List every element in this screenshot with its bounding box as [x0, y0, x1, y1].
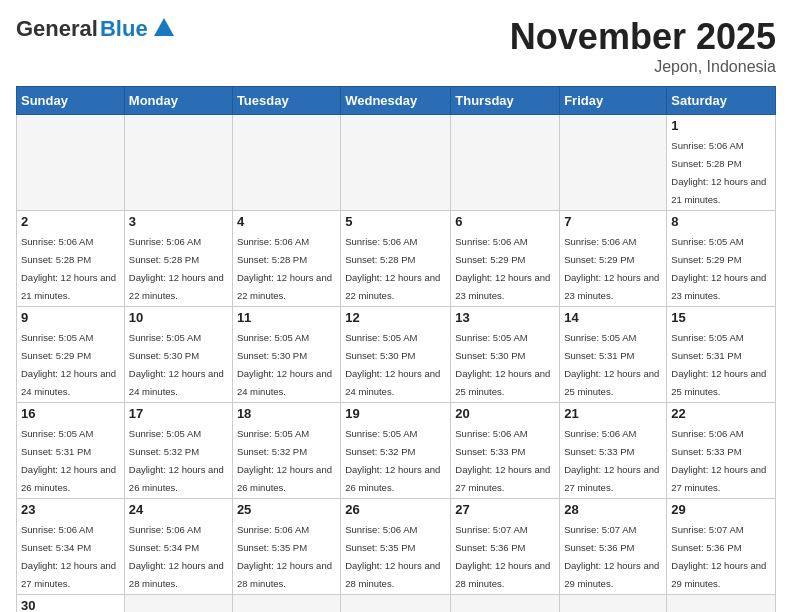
day-number: 15 [671, 310, 771, 325]
day-info: Sunrise: 5:06 AMSunset: 5:28 PMDaylight:… [129, 236, 224, 301]
empty-cell [124, 595, 232, 613]
table-row: 30 Sunrise: 5:07 AMSunset: 5:37 PMDaylig… [17, 595, 776, 613]
day-info: Sunrise: 5:06 AMSunset: 5:35 PMDaylight:… [237, 524, 332, 589]
day-cell-17: 17 Sunrise: 5:05 AMSunset: 5:32 PMDaylig… [124, 403, 232, 499]
day-info: Sunrise: 5:05 AMSunset: 5:30 PMDaylight:… [455, 332, 550, 397]
day-info: Sunrise: 5:05 AMSunset: 5:30 PMDaylight:… [345, 332, 440, 397]
day-number: 12 [345, 310, 446, 325]
day-number: 18 [237, 406, 336, 421]
day-cell-15: 15 Sunrise: 5:05 AMSunset: 5:31 PMDaylig… [667, 307, 776, 403]
day-cell-6: 6 Sunrise: 5:06 AMSunset: 5:29 PMDayligh… [451, 211, 560, 307]
empty-cell [451, 595, 560, 613]
day-info: Sunrise: 5:06 AMSunset: 5:28 PMDaylight:… [237, 236, 332, 301]
weekday-header-row: Sunday Monday Tuesday Wednesday Thursday… [17, 87, 776, 115]
logo-general-text: General [16, 16, 98, 42]
empty-cell [341, 115, 451, 211]
day-number: 26 [345, 502, 446, 517]
day-number: 13 [455, 310, 555, 325]
empty-cell [124, 115, 232, 211]
day-cell-7: 7 Sunrise: 5:06 AMSunset: 5:29 PMDayligh… [560, 211, 667, 307]
day-info: Sunrise: 5:05 AMSunset: 5:29 PMDaylight:… [21, 332, 116, 397]
day-info: Sunrise: 5:06 AMSunset: 5:29 PMDaylight:… [455, 236, 550, 301]
day-number: 16 [21, 406, 120, 421]
empty-cell [341, 595, 451, 613]
day-cell-16: 16 Sunrise: 5:05 AMSunset: 5:31 PMDaylig… [17, 403, 125, 499]
day-info: Sunrise: 5:05 AMSunset: 5:30 PMDaylight:… [237, 332, 332, 397]
day-cell-21: 21 Sunrise: 5:06 AMSunset: 5:33 PMDaylig… [560, 403, 667, 499]
day-info: Sunrise: 5:06 AMSunset: 5:33 PMDaylight:… [564, 428, 659, 493]
table-row: 2 Sunrise: 5:06 AMSunset: 5:28 PMDayligh… [17, 211, 776, 307]
day-cell-28: 28 Sunrise: 5:07 AMSunset: 5:36 PMDaylig… [560, 499, 667, 595]
table-row: 16 Sunrise: 5:05 AMSunset: 5:31 PMDaylig… [17, 403, 776, 499]
day-number: 7 [564, 214, 662, 229]
day-cell-26: 26 Sunrise: 5:06 AMSunset: 5:35 PMDaylig… [341, 499, 451, 595]
empty-cell [17, 115, 125, 211]
logo-blue-text: Blue [100, 16, 148, 42]
day-info: Sunrise: 5:05 AMSunset: 5:31 PMDaylight:… [21, 428, 116, 493]
day-info: Sunrise: 5:05 AMSunset: 5:32 PMDaylight:… [129, 428, 224, 493]
header-friday: Friday [560, 87, 667, 115]
day-number: 22 [671, 406, 771, 421]
day-info: Sunrise: 5:06 AMSunset: 5:29 PMDaylight:… [564, 236, 659, 301]
day-number: 11 [237, 310, 336, 325]
calendar-table: Sunday Monday Tuesday Wednesday Thursday… [16, 86, 776, 612]
day-number: 19 [345, 406, 446, 421]
day-number: 10 [129, 310, 228, 325]
day-info: Sunrise: 5:07 AMSunset: 5:36 PMDaylight:… [671, 524, 766, 589]
day-number: 8 [671, 214, 771, 229]
day-cell-25: 25 Sunrise: 5:06 AMSunset: 5:35 PMDaylig… [232, 499, 340, 595]
day-info: Sunrise: 5:05 AMSunset: 5:32 PMDaylight:… [237, 428, 332, 493]
day-number: 25 [237, 502, 336, 517]
day-cell-12: 12 Sunrise: 5:05 AMSunset: 5:30 PMDaylig… [341, 307, 451, 403]
day-cell-11: 11 Sunrise: 5:05 AMSunset: 5:30 PMDaylig… [232, 307, 340, 403]
day-number: 2 [21, 214, 120, 229]
day-info: Sunrise: 5:06 AMSunset: 5:33 PMDaylight:… [671, 428, 766, 493]
table-row: 1 Sunrise: 5:06 AMSunset: 5:28 PMDayligh… [17, 115, 776, 211]
day-info: Sunrise: 5:05 AMSunset: 5:31 PMDaylight:… [564, 332, 659, 397]
header-sunday: Sunday [17, 87, 125, 115]
day-number: 27 [455, 502, 555, 517]
header-monday: Monday [124, 87, 232, 115]
day-info: Sunrise: 5:06 AMSunset: 5:34 PMDaylight:… [129, 524, 224, 589]
day-cell-29: 29 Sunrise: 5:07 AMSunset: 5:36 PMDaylig… [667, 499, 776, 595]
day-cell-30: 30 Sunrise: 5:07 AMSunset: 5:37 PMDaylig… [17, 595, 125, 613]
day-cell-19: 19 Sunrise: 5:05 AMSunset: 5:32 PMDaylig… [341, 403, 451, 499]
day-number: 28 [564, 502, 662, 517]
day-info: Sunrise: 5:06 AMSunset: 5:34 PMDaylight:… [21, 524, 116, 589]
day-info: Sunrise: 5:05 AMSunset: 5:31 PMDaylight:… [671, 332, 766, 397]
day-number: 29 [671, 502, 771, 517]
day-cell-23: 23 Sunrise: 5:06 AMSunset: 5:34 PMDaylig… [17, 499, 125, 595]
day-cell-9: 9 Sunrise: 5:05 AMSunset: 5:29 PMDayligh… [17, 307, 125, 403]
empty-cell [451, 115, 560, 211]
day-cell-10: 10 Sunrise: 5:05 AMSunset: 5:30 PMDaylig… [124, 307, 232, 403]
header-wednesday: Wednesday [341, 87, 451, 115]
empty-cell [560, 595, 667, 613]
day-cell-4: 4 Sunrise: 5:06 AMSunset: 5:28 PMDayligh… [232, 211, 340, 307]
day-cell-27: 27 Sunrise: 5:07 AMSunset: 5:36 PMDaylig… [451, 499, 560, 595]
day-info: Sunrise: 5:05 AMSunset: 5:30 PMDaylight:… [129, 332, 224, 397]
empty-cell [667, 595, 776, 613]
empty-cell [232, 595, 340, 613]
day-cell-1: 1 Sunrise: 5:06 AMSunset: 5:28 PMDayligh… [667, 115, 776, 211]
day-number: 14 [564, 310, 662, 325]
header-thursday: Thursday [451, 87, 560, 115]
table-row: 23 Sunrise: 5:06 AMSunset: 5:34 PMDaylig… [17, 499, 776, 595]
day-info: Sunrise: 5:05 AMSunset: 5:32 PMDaylight:… [345, 428, 440, 493]
day-cell-22: 22 Sunrise: 5:06 AMSunset: 5:33 PMDaylig… [667, 403, 776, 499]
empty-cell [232, 115, 340, 211]
day-number: 1 [671, 118, 771, 133]
day-info: Sunrise: 5:06 AMSunset: 5:28 PMDaylight:… [671, 140, 766, 205]
day-cell-2: 2 Sunrise: 5:06 AMSunset: 5:28 PMDayligh… [17, 211, 125, 307]
day-info: Sunrise: 5:07 AMSunset: 5:36 PMDaylight:… [564, 524, 659, 589]
day-number: 5 [345, 214, 446, 229]
day-cell-5: 5 Sunrise: 5:06 AMSunset: 5:28 PMDayligh… [341, 211, 451, 307]
logo-triangle-icon [154, 18, 174, 36]
day-info: Sunrise: 5:07 AMSunset: 5:36 PMDaylight:… [455, 524, 550, 589]
day-cell-18: 18 Sunrise: 5:05 AMSunset: 5:32 PMDaylig… [232, 403, 340, 499]
day-info: Sunrise: 5:06 AMSunset: 5:28 PMDaylight:… [21, 236, 116, 301]
day-info: Sunrise: 5:05 AMSunset: 5:29 PMDaylight:… [671, 236, 766, 301]
day-number: 24 [129, 502, 228, 517]
day-number: 30 [21, 598, 120, 612]
month-title: November 2025 [510, 16, 776, 58]
location-subtitle: Jepon, Indonesia [510, 58, 776, 76]
